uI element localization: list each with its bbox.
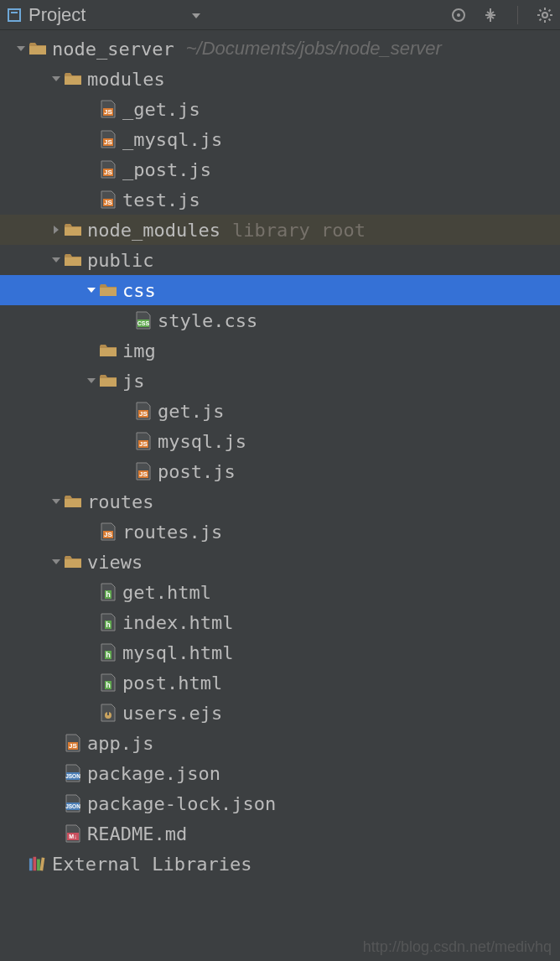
tree-row[interactable]: routes [0, 486, 560, 517]
tree-item-label: views [87, 552, 143, 573]
svg-line-14 [549, 18, 551, 20]
tree-item-label: app.js [87, 733, 153, 754]
tree-row[interactable]: JStest.js [0, 184, 560, 215]
tree-row[interactable]: JS_post.js [0, 154, 560, 184]
tree-row[interactable]: users.ejs [0, 698, 560, 728]
gear-icon[interactable] [537, 7, 553, 23]
chevron-down-icon[interactable] [49, 71, 64, 87]
svg-rect-70 [29, 859, 33, 871]
project-toolbar: Project [0, 0, 560, 30]
target-icon[interactable] [450, 7, 467, 23]
tree-item-label: node_server [52, 39, 174, 60]
js-icon: JS [99, 100, 117, 118]
tree-row[interactable]: hget.html [0, 577, 560, 607]
tree-item-label: js [122, 371, 145, 392]
svg-rect-71 [34, 857, 37, 871]
svg-rect-34 [100, 288, 117, 296]
tree-item-label: mysql.js [158, 431, 246, 452]
tree-row[interactable]: External Libraries [0, 849, 560, 879]
svg-rect-72 [37, 860, 40, 871]
tree-item-label: css [122, 280, 156, 301]
svg-text:h: h [106, 621, 111, 629]
tree-item-label: mysql.html [122, 642, 233, 663]
svg-text:JS: JS [104, 531, 112, 538]
js-icon: JS [99, 130, 117, 148]
lib-icon [29, 855, 47, 873]
tree-row[interactable]: public [0, 245, 560, 275]
chevron-down-icon[interactable] [13, 41, 29, 57]
chevron-down-icon[interactable] [49, 494, 64, 510]
tree-row[interactable]: JSget.js [0, 396, 560, 426]
chevron-down-icon[interactable] [49, 252, 64, 268]
tree-item-label: _get.js [122, 99, 200, 120]
css-icon: CSS [134, 311, 153, 330]
chevron-down-icon[interactable] [84, 373, 99, 389]
svg-marker-50 [52, 559, 60, 564]
chevron-down-icon[interactable] [84, 283, 99, 299]
svg-text:M↓: M↓ [69, 834, 76, 839]
svg-text:JS: JS [104, 199, 112, 206]
collapse-icon[interactable] [482, 7, 499, 23]
watermark: http://blog.csdn.net/medivhq [363, 938, 552, 956]
tree-row[interactable]: JSapp.js [0, 728, 560, 758]
tree-row[interactable]: views [0, 547, 560, 577]
svg-line-16 [549, 9, 551, 11]
json-icon: JSON [64, 764, 82, 782]
json-icon: JSON [64, 794, 82, 813]
svg-rect-1 [11, 12, 18, 13]
toolbar-right [450, 6, 553, 24]
tree-row[interactable]: M↓README.md [0, 818, 560, 849]
md-icon: M↓ [64, 824, 82, 843]
separator [517, 6, 518, 24]
tree-item-label: modules [87, 69, 165, 90]
chevron-right-icon[interactable] [49, 222, 64, 238]
tree-item-label: package-lock.json [87, 793, 276, 814]
tree-row[interactable]: modules [0, 64, 560, 94]
svg-text:JSON: JSON [65, 803, 80, 809]
tree-item-label: post.html [122, 673, 222, 693]
tree-item-label: _post.js [122, 159, 211, 180]
tree-row[interactable]: JS_mysql.js [0, 124, 560, 154]
tree-row[interactable]: JSONpackage-lock.json [0, 788, 560, 818]
project-tree[interactable]: node_server~/Documents/jobs/node_serverm… [0, 30, 560, 879]
tree-item-label: get.js [158, 401, 224, 422]
js-icon: JS [99, 522, 117, 541]
svg-line-15 [540, 18, 542, 20]
toolbar-title[interactable]: Project [29, 4, 86, 26]
svg-point-8 [542, 13, 547, 18]
svg-text:JS: JS [139, 470, 148, 478]
svg-rect-32 [65, 257, 81, 266]
svg-text:JS: JS [104, 138, 112, 146]
dropdown-icon[interactable] [191, 4, 201, 25]
tree-item-label: users.ejs [122, 703, 222, 724]
tree-item-label: package.json [87, 763, 220, 784]
folder-icon [64, 251, 82, 269]
library-hint: library root [232, 220, 366, 241]
tree-row[interactable]: hmysql.html [0, 637, 560, 668]
svg-text:JS: JS [139, 410, 148, 418]
folder-icon [64, 553, 82, 571]
svg-text:JSON: JSON [65, 773, 80, 779]
tree-row[interactable]: JSONpackage.json [0, 758, 560, 788]
svg-marker-33 [87, 288, 96, 293]
tree-row[interactable]: img [0, 335, 560, 366]
svg-text:h: h [106, 651, 111, 659]
svg-rect-73 [40, 857, 45, 870]
tree-row[interactable]: js [0, 366, 560, 396]
tree-row[interactable]: hpost.html [0, 668, 560, 698]
tree-row[interactable]: CSSstyle.css [0, 305, 560, 335]
tree-row[interactable]: css [0, 275, 560, 305]
chevron-down-icon[interactable] [49, 554, 64, 570]
tree-item-label: External Libraries [52, 854, 251, 875]
tree-row[interactable]: JSpost.js [0, 456, 560, 486]
js-icon: JS [134, 462, 153, 480]
folder-icon [29, 39, 47, 58]
tree-row[interactable]: JSmysql.js [0, 426, 560, 456]
tree-row[interactable]: JS_get.js [0, 94, 560, 124]
folder-icon [99, 281, 117, 299]
svg-rect-47 [65, 499, 81, 507]
tree-row[interactable]: JSroutes.js [0, 517, 560, 547]
tree-row[interactable]: hindex.html [0, 607, 560, 637]
tree-row[interactable]: node_moduleslibrary root [0, 215, 560, 245]
tree-row[interactable]: node_server~/Documents/jobs/node_server [0, 34, 560, 64]
